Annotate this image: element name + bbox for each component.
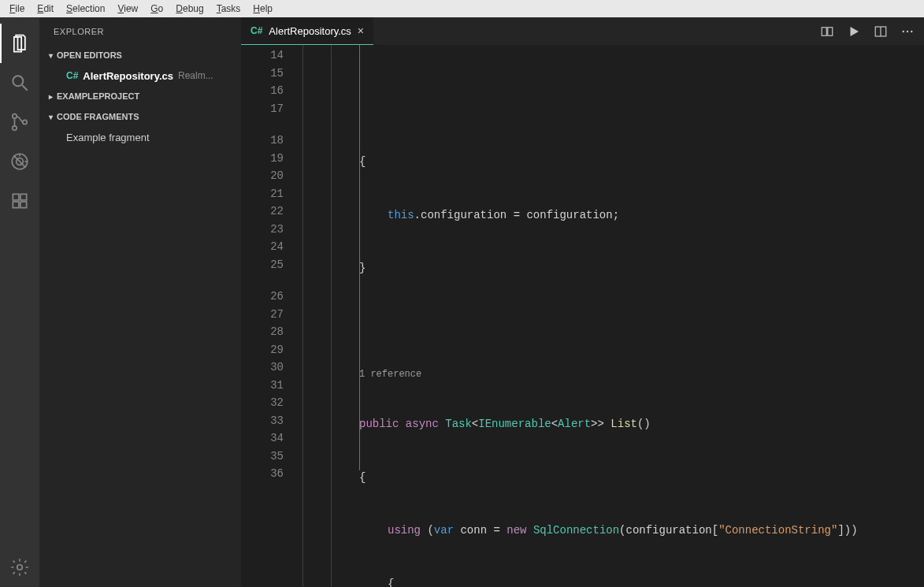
- menu-view[interactable]: View: [111, 2, 144, 16]
- editor-group: C# AlertRepository.cs ×: [241, 17, 924, 587]
- run-icon[interactable]: [847, 24, 861, 39]
- svg-point-4: [23, 120, 27, 124]
- svg-rect-12: [20, 202, 27, 208]
- tab-alertrepository[interactable]: C# AlertRepository.cs ×: [241, 17, 373, 45]
- csharp-icon: C#: [66, 70, 78, 81]
- svg-line-6: [13, 155, 25, 167]
- menu-tasks[interactable]: Tasks: [210, 2, 247, 16]
- chevron-right-icon: ▸: [44, 92, 57, 101]
- activity-settings-icon[interactable]: [0, 548, 39, 587]
- svg-point-14: [17, 565, 23, 570]
- fragment-item[interactable]: Example fragment: [39, 127, 241, 147]
- compare-icon[interactable]: [820, 24, 834, 39]
- menu-selection[interactable]: Selection: [60, 2, 111, 16]
- activity-debug-icon[interactable]: [0, 142, 39, 181]
- close-icon[interactable]: ×: [358, 24, 364, 37]
- open-editor-item[interactable]: C# AlertRepository.cs Realm...: [39, 65, 241, 86]
- menu-edit[interactable]: Edit: [31, 2, 60, 16]
- activity-explorer-icon[interactable]: [0, 24, 39, 63]
- menu-debug[interactable]: Debug: [169, 2, 210, 16]
- svg-rect-13: [20, 194, 27, 200]
- activity-extensions-icon[interactable]: [0, 181, 39, 221]
- menubar: File Edit Selection View Go Debug Tasks …: [0, 0, 924, 17]
- svg-point-0: [13, 76, 23, 86]
- main: EXPLORER ▾ OPEN EDITORS C# AlertReposito…: [0, 17, 924, 587]
- split-editor-icon[interactable]: [874, 24, 888, 39]
- menu-file[interactable]: File: [3, 2, 31, 16]
- menu-help[interactable]: Help: [247, 2, 279, 16]
- code-content[interactable]: { this.configuration = configuration; } …: [302, 45, 924, 587]
- svg-rect-16: [828, 27, 833, 35]
- chevron-down-icon: ▾: [44, 113, 57, 121]
- csharp-icon: C#: [250, 25, 262, 36]
- file-path-suffix: Realm...: [178, 70, 213, 81]
- section-code-fragments[interactable]: ▾ CODE FRAGMENTS: [39, 106, 241, 127]
- section-label: OPEN EDITORS: [57, 50, 122, 60]
- svg-rect-11: [13, 202, 19, 208]
- section-project[interactable]: ▸ EXAMPLEPROJECT: [39, 86, 241, 106]
- chevron-down-icon: ▾: [44, 51, 57, 60]
- activity-scm-icon[interactable]: [0, 102, 39, 142]
- section-label: EXAMPLEPROJECT: [57, 91, 139, 101]
- more-icon[interactable]: [900, 24, 915, 39]
- tab-label: AlertRepository.cs: [269, 25, 351, 37]
- code-editor[interactable]: 14 15 16 17 18 19 20 21 22 23 24 25 26 2…: [241, 45, 924, 587]
- activity-search-icon[interactable]: [0, 63, 39, 102]
- editor-actions: [820, 17, 924, 45]
- menu-go[interactable]: Go: [144, 2, 169, 16]
- svg-point-3: [13, 126, 17, 130]
- svg-point-19: [903, 30, 904, 32]
- file-name: AlertRepository.cs: [83, 70, 173, 82]
- line-number-gutter: 14 15 16 17 18 19 20 21 22 23 24 25 26 2…: [241, 45, 302, 587]
- svg-rect-10: [13, 194, 19, 200]
- svg-point-2: [13, 114, 17, 118]
- svg-rect-15: [822, 27, 826, 35]
- svg-line-1: [22, 85, 28, 91]
- codelens[interactable]: 1 reference: [302, 366, 924, 380]
- activity-bar: [0, 17, 39, 587]
- sidebar: EXPLORER ▾ OPEN EDITORS C# AlertReposito…: [39, 17, 241, 587]
- section-label: CODE FRAGMENTS: [57, 112, 139, 121]
- tab-bar: C# AlertRepository.cs ×: [241, 17, 924, 45]
- svg-point-20: [907, 30, 908, 32]
- sidebar-title: EXPLORER: [39, 17, 241, 45]
- svg-point-21: [911, 30, 912, 32]
- fragment-name: Example fragment: [66, 132, 150, 143]
- section-open-editors[interactable]: ▾ OPEN EDITORS: [39, 45, 241, 65]
